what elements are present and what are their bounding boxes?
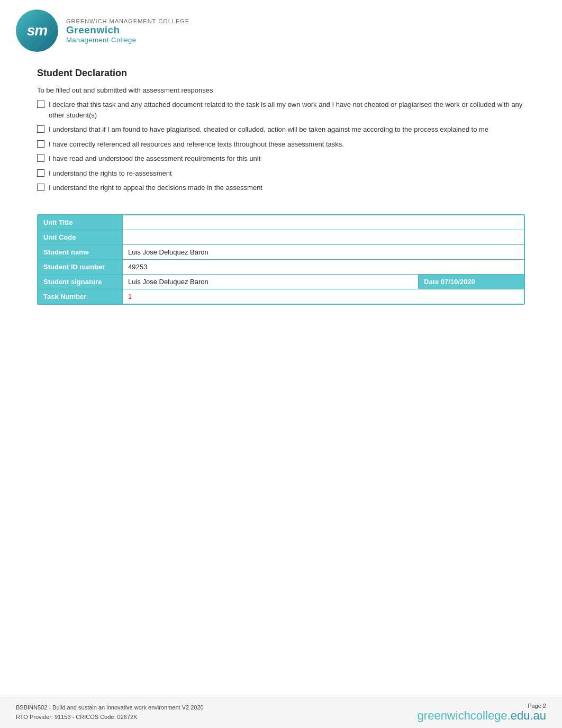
label-task-number: Task Number <box>38 289 123 304</box>
footer-page: Page 2 greenwichcollege. edu.au <box>418 703 546 723</box>
declaration-intro: To be filled out and submitted with asse… <box>37 86 525 94</box>
declaration-item-3: I have correctly referenced all resource… <box>37 139 525 150</box>
logo-name-sub: Management College <box>66 36 189 44</box>
label-student-id: Student ID number <box>38 259 123 274</box>
header: sm GREENWICH MANAGEMENT COLLEGE Greenwic… <box>0 0 562 57</box>
logo-area: sm GREENWICH MANAGEMENT COLLEGE Greenwic… <box>16 10 189 52</box>
value-unit-code <box>123 230 524 244</box>
value-task-number: 1 <box>123 289 524 304</box>
checkbox-5[interactable] <box>37 169 44 177</box>
declaration-item-1: I declare that this task and any attache… <box>37 99 525 120</box>
declaration-text-2: I understand that if I am found to have … <box>49 124 525 135</box>
footer: BSBINN502 - Build and sustain an innovat… <box>0 697 562 728</box>
footer-left: BSBINN502 - Build and sustain an innovat… <box>16 703 204 722</box>
value-student-signature: Luis Jose Deluquez Baron <box>123 274 419 289</box>
value-date: Date 07/10/2020 <box>419 274 524 289</box>
label-unit-code: Unit Code <box>38 230 123 244</box>
footer-brand: greenwichcollege. edu.au <box>418 709 546 723</box>
declaration-text-5: I understand the rights to re-assessment <box>49 168 525 179</box>
logo-name-block: GREENWICH MANAGEMENT COLLEGE Greenwich M… <box>66 18 189 44</box>
footer-page-label: Page 2 <box>528 703 546 709</box>
footer-brand-edu: edu.au <box>511 709 546 723</box>
footer-right: Page 2 greenwichcollege. edu.au <box>418 703 546 723</box>
value-unit-title <box>123 215 524 230</box>
declaration-item-2: I understand that if I am found to have … <box>37 124 525 135</box>
section-title: Student Declaration <box>37 68 525 79</box>
footer-brand-green: greenwichcollege. <box>418 709 511 723</box>
checkbox-3[interactable] <box>37 140 44 148</box>
declaration-text-4: I have read and understood the assessmen… <box>49 153 525 164</box>
declaration-text-1: I declare that this task and any attache… <box>49 99 525 120</box>
table-row-student-id: Student ID number 49253 <box>38 259 524 274</box>
logo-name-top: GREENWICH MANAGEMENT COLLEGE <box>66 18 189 24</box>
table-row-student-signature: Student signature Luis Jose Deluquez Bar… <box>38 274 524 289</box>
checkbox-1[interactable] <box>37 101 44 108</box>
main-content: Student Declaration To be filled out and… <box>0 57 562 315</box>
form-table-wrapper: Unit Title Unit Code Student name Luis J… <box>37 214 525 305</box>
declaration-item-5: I understand the rights to re-assessment <box>37 168 525 179</box>
table-row-task-number: Task Number 1 <box>38 289 524 304</box>
checkbox-6[interactable] <box>37 184 44 191</box>
checkbox-2[interactable] <box>37 125 44 133</box>
label-student-signature: Student signature <box>38 274 123 289</box>
footer-line1: BSBINN502 - Build and sustain an innovat… <box>16 703 204 713</box>
logo-icon: sm <box>16 10 58 52</box>
declaration-item-4: I have read and understood the assessmen… <box>37 153 525 164</box>
checkbox-4[interactable] <box>37 154 44 162</box>
value-student-id: 49253 <box>123 259 524 274</box>
footer-line2: RTO Provider: 91153 - CRICOS Code: 02672… <box>16 713 204 722</box>
declaration-text-3: I have correctly referenced all resource… <box>49 139 525 150</box>
table-row-student-name: Student name Luis Jose Deluquez Baron <box>38 244 524 259</box>
logo-name-main: Greenwich <box>66 24 189 36</box>
declaration-item-6: I understand the right to appeal the dec… <box>37 183 525 193</box>
form-table: Unit Title Unit Code Student name Luis J… <box>38 215 524 304</box>
value-student-name: Luis Jose Deluquez Baron <box>123 244 524 259</box>
label-unit-title: Unit Title <box>38 215 123 230</box>
declaration-text-6: I understand the right to appeal the dec… <box>49 183 525 193</box>
table-row-unit-code: Unit Code <box>38 230 524 244</box>
table-row-unit-title: Unit Title <box>38 215 524 230</box>
label-student-name: Student name <box>38 244 123 259</box>
